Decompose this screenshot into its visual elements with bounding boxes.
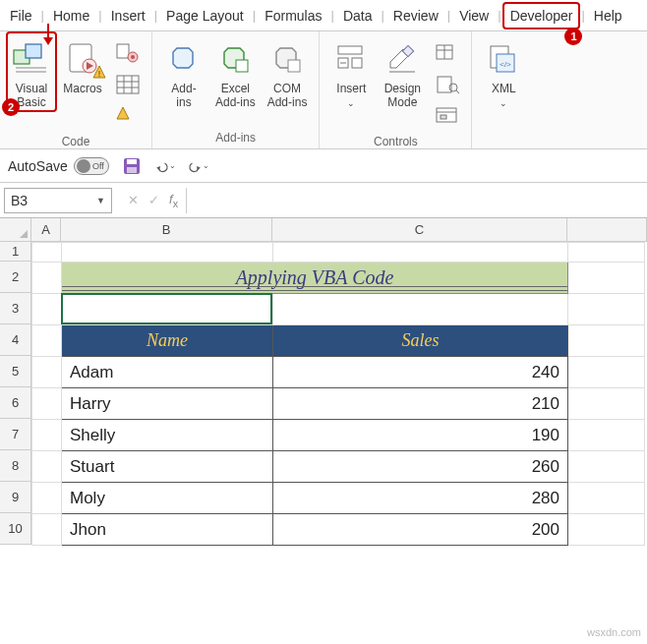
cell[interactable] [32, 388, 62, 420]
table-row[interactable]: Harry [62, 388, 273, 420]
cell[interactable] [568, 243, 645, 263]
view-code-button[interactable] [434, 71, 461, 98]
table-row[interactable]: Shelly [62, 420, 273, 451]
tab-file[interactable]: File [2, 2, 40, 29]
cell[interactable] [32, 243, 62, 263]
row-header-6[interactable]: 6 [0, 387, 31, 419]
design-mode-button[interactable]: Design Mode [377, 31, 428, 112]
table-row[interactable]: Stuart [62, 451, 273, 483]
cell[interactable] [273, 243, 568, 263]
toggle-switch[interactable]: Off [74, 157, 109, 175]
xml-button[interactable]: </> XML⌄ [478, 31, 529, 112]
cell[interactable] [32, 514, 62, 546]
select-all-button[interactable] [0, 218, 31, 241]
formula-bar-input[interactable] [186, 188, 647, 213]
redo-button[interactable]: ⌄ [188, 155, 209, 177]
row-header-3[interactable]: 3 [0, 293, 31, 324]
tab-view[interactable]: View [451, 2, 497, 29]
tab-insert[interactable]: Insert [103, 2, 153, 29]
macro-security-button[interactable] [114, 102, 142, 130]
row-headers: 1 2 3 4 5 6 7 8 9 10 [0, 242, 31, 546]
cell[interactable] [32, 483, 62, 514]
spreadsheet-grid: A B C 1 2 3 4 5 6 7 8 9 10 Applying VBA … [0, 218, 647, 546]
autosave-toggle[interactable]: AutoSave Off [8, 157, 109, 175]
tab-review[interactable]: Review [385, 2, 446, 29]
cell[interactable] [32, 294, 62, 325]
macros-button[interactable]: Macros ! [57, 31, 108, 98]
cell[interactable] [568, 325, 645, 357]
controls-small-buttons [428, 31, 465, 132]
cell[interactable] [568, 483, 645, 514]
row-header-1[interactable]: 1 [0, 242, 31, 262]
cells-table: Applying VBA Code NameSales Adam240 Harr… [31, 242, 645, 546]
tab-developer-label: Developer [510, 8, 573, 24]
cell[interactable] [568, 514, 645, 546]
chevron-down-icon[interactable]: ▼ [96, 196, 105, 205]
table-header-name[interactable]: Name [62, 325, 273, 357]
svg-rect-11 [117, 44, 129, 58]
table-row[interactable]: 210 [273, 388, 568, 420]
name-box[interactable]: B3 ▼ [4, 188, 112, 213]
undo-button[interactable]: ⌄ [154, 155, 176, 177]
table-row[interactable]: 240 [273, 357, 568, 388]
cell[interactable] [568, 451, 645, 483]
cell-B3[interactable] [62, 294, 273, 325]
cell[interactable] [32, 451, 62, 483]
cell[interactable] [32, 420, 62, 451]
insert-function-button[interactable]: fx [169, 192, 178, 209]
cancel-formula-button[interactable]: ✕ [128, 193, 139, 207]
insert-control-button[interactable]: Insert⌄ [325, 31, 377, 112]
row-header-7[interactable]: 7 [0, 419, 31, 450]
cell[interactable] [568, 294, 645, 325]
cell[interactable] [568, 420, 645, 451]
row-header-8[interactable]: 8 [0, 450, 31, 482]
column-header-b[interactable]: B [61, 218, 272, 241]
cell[interactable] [32, 325, 62, 357]
use-relative-refs-button[interactable] [114, 71, 142, 98]
svg-marker-20 [173, 48, 193, 68]
svg-line-37 [456, 90, 459, 93]
cell[interactable] [32, 357, 62, 388]
record-macro-button[interactable] [114, 39, 142, 67]
table-row[interactable]: 280 [273, 483, 568, 514]
table-row[interactable]: 190 [273, 420, 568, 451]
row-header-10[interactable]: 10 [0, 513, 31, 545]
cell[interactable] [62, 243, 273, 263]
xml-icon: </> [484, 39, 523, 79]
excel-addins-button[interactable]: Excel Add-ins [209, 31, 262, 112]
com-addins-button[interactable]: COM Add-ins [262, 31, 314, 112]
title-cell[interactable]: Applying VBA Code [62, 263, 568, 294]
table-row[interactable]: 260 [273, 451, 568, 483]
row-header-9[interactable]: 9 [0, 482, 31, 513]
ribbon-content: 2 Visual Basic Macros ! Code [0, 31, 647, 149]
cell[interactable] [568, 263, 645, 294]
svg-rect-40 [441, 115, 446, 119]
cell[interactable] [273, 294, 568, 325]
cell[interactable] [568, 357, 645, 388]
run-dialog-button[interactable] [434, 102, 461, 130]
tab-data[interactable]: Data [335, 2, 381, 29]
tab-developer[interactable]: Developer 1 [502, 2, 581, 29]
table-row[interactable]: Moly [62, 483, 273, 514]
column-header-c[interactable]: C [272, 218, 567, 241]
table-row[interactable]: 200 [273, 514, 568, 546]
column-header-a[interactable]: A [31, 218, 61, 241]
properties-button[interactable] [434, 39, 461, 67]
row-header-5[interactable]: 5 [0, 356, 31, 387]
column-header-empty[interactable] [567, 218, 647, 241]
design-mode-label: Design Mode [384, 83, 421, 110]
cell[interactable] [32, 263, 62, 294]
table-header-sales[interactable]: Sales [273, 325, 568, 357]
row-header-2[interactable]: 2 [0, 262, 31, 293]
visual-basic-icon [12, 39, 51, 79]
save-button[interactable] [121, 155, 143, 177]
tab-page-layout[interactable]: Page Layout [158, 2, 252, 29]
enter-formula-button[interactable]: ✓ [148, 193, 159, 207]
tab-formulas[interactable]: Formulas [257, 2, 329, 29]
table-row[interactable]: Jhon [62, 514, 273, 546]
row-header-4[interactable]: 4 [0, 324, 31, 356]
cell[interactable] [568, 388, 645, 420]
addins-button[interactable]: Add- ins [158, 31, 209, 112]
tab-help[interactable]: Help [586, 2, 630, 29]
table-row[interactable]: Adam [62, 357, 273, 388]
